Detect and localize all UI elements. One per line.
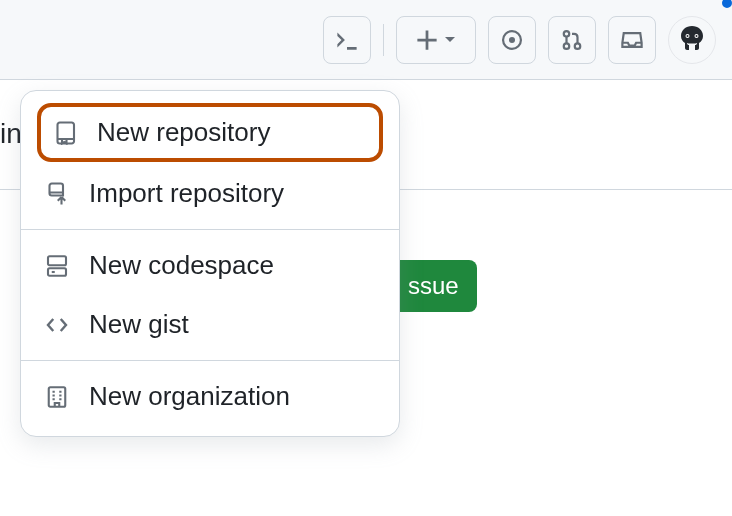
menu-separator [21, 229, 399, 230]
svg-rect-11 [48, 268, 66, 276]
menu-item-new-repository[interactable]: New repository [37, 103, 383, 162]
breadcrumb-fragment: in [0, 118, 22, 150]
git-pull-request-icon [561, 29, 583, 51]
svg-point-3 [564, 43, 570, 49]
menu-item-label: New organization [89, 381, 290, 412]
menu-item-new-organization[interactable]: New organization [21, 367, 399, 426]
repo-icon [51, 119, 79, 147]
pull-requests-button[interactable] [548, 16, 596, 64]
user-avatar[interactable] [668, 16, 716, 64]
menu-item-label: Import repository [89, 178, 284, 209]
dot-circle-icon [501, 29, 523, 51]
menu-item-label: New gist [89, 309, 189, 340]
menu-item-new-gist[interactable]: New gist [21, 295, 399, 354]
codespaces-icon [43, 252, 71, 280]
create-new-button[interactable] [396, 16, 476, 64]
repo-push-icon [43, 180, 71, 208]
svg-point-8 [687, 35, 689, 37]
new-issue-button-fragment[interactable]: ssue [390, 260, 477, 312]
triangle-down-icon [444, 36, 456, 44]
notifications-button[interactable] [608, 16, 656, 64]
menu-item-import-repository[interactable]: Import repository [21, 164, 399, 223]
menu-separator [21, 360, 399, 361]
menu-item-label: New codespace [89, 250, 274, 281]
create-new-dropdown: New repository Import repository New cod… [20, 90, 400, 437]
code-icon [43, 311, 71, 339]
separator [383, 24, 384, 56]
command-palette-button[interactable] [323, 16, 371, 64]
svg-rect-10 [48, 256, 66, 265]
svg-point-1 [509, 36, 515, 42]
inbox-icon [621, 29, 643, 51]
plus-icon [416, 29, 438, 51]
issues-button[interactable] [488, 16, 536, 64]
organization-icon [43, 383, 71, 411]
notification-badge [720, 0, 732, 10]
menu-item-label: New repository [97, 117, 270, 148]
svg-point-2 [564, 31, 570, 37]
svg-point-4 [575, 43, 581, 49]
menu-item-new-codespace[interactable]: New codespace [21, 236, 399, 295]
svg-point-9 [696, 35, 698, 37]
terminal-icon [336, 29, 358, 51]
global-header [0, 0, 732, 80]
octocat-icon [672, 20, 712, 60]
